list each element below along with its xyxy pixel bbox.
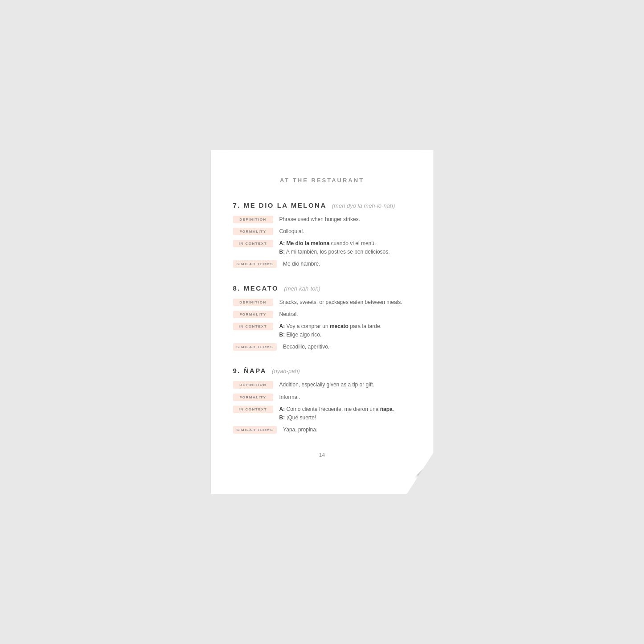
chapter-title: AT THE RESTAURANT: [233, 177, 411, 184]
entry-1-rows: DEFINITIONPhrase used when hunger strike…: [233, 215, 411, 269]
entry-content-2-2: Neutral.: [279, 310, 411, 319]
entry-2-row-3: IN CONTEXTA: Voy a comprar un mecato par…: [233, 322, 411, 339]
entry-content-2-1: Snacks, sweets, or packages eaten betwee…: [279, 298, 411, 307]
entry-3-title: 9. ÑAPA: [233, 367, 267, 374]
label-badge-in-context: IN CONTEXT: [233, 323, 273, 330]
label-badge-formality: FORMALITY: [233, 311, 273, 318]
entry-1-row-1: DEFINITIONPhrase used when hunger strike…: [233, 215, 411, 224]
entry-2-row-1: DEFINITIONSnacks, sweets, or packages ea…: [233, 298, 411, 307]
entry-1-title: 7. ME DIO LA MELONA: [233, 201, 327, 209]
entry-2-header: 8. MECATO(meh-kah-toh): [233, 284, 411, 292]
entry-1-row-2: FORMALITYColloquial.: [233, 227, 411, 236]
entry-content-1-2: Colloquial.: [279, 227, 411, 236]
entry-content-1-1: Phrase used when hunger strikes.: [279, 215, 411, 224]
entry-1-header: 7. ME DIO LA MELONA(meh dyo la meh-lo-na…: [233, 201, 411, 209]
entry-content-1-3: A: Me dio la melona cuando vi el menú.B:…: [279, 239, 411, 256]
entry-3-row-3: IN CONTEXTA: Como cliente frecuente, me …: [233, 405, 411, 422]
entry-content-2-3: A: Voy a comprar un mecato para la tarde…: [279, 322, 411, 339]
label-badge-formality: FORMALITY: [233, 228, 273, 235]
label-badge-similar-terms: SIMILAR TERMS: [233, 260, 277, 268]
entry-content-2-4: Bocadillo, aperitivo.: [283, 343, 411, 351]
entry-2-title: 8. MECATO: [233, 284, 279, 292]
entry-2-row-2: FORMALITYNeutral.: [233, 310, 411, 319]
label-badge-formality: FORMALITY: [233, 394, 273, 401]
entry-content-3-1: Addition, especially given as a tip or g…: [279, 381, 411, 389]
entry-content-1-4: Me dio hambre.: [283, 260, 411, 268]
entry-content-3-4: Yapa, propina.: [283, 426, 411, 434]
label-badge-definition: DEFINITION: [233, 299, 273, 306]
entry-1-row-3: IN CONTEXTA: Me dio la melona cuando vi …: [233, 239, 411, 256]
entry-1-pronunciation: (meh dyo la meh-lo-nah): [332, 202, 395, 209]
entry-2-pronunciation: (meh-kah-toh): [284, 285, 320, 292]
label-badge-similar-terms: SIMILAR TERMS: [233, 343, 277, 351]
entry-3-pronunciation: (nyah-pah): [272, 368, 300, 374]
entry-1-row-4: SIMILAR TERMSMe dio hambre.: [233, 260, 411, 268]
entry-3: 9. ÑAPA(nyah-pah)DEFINITIONAddition, esp…: [233, 367, 411, 434]
entry-2-row-4: SIMILAR TERMSBocadillo, aperitivo.: [233, 343, 411, 351]
label-badge-definition: DEFINITION: [233, 381, 273, 389]
entry-3-row-1: DEFINITIONAddition, especially given as …: [233, 381, 411, 389]
label-badge-definition: DEFINITION: [233, 216, 273, 223]
entries-container: 7. ME DIO LA MELONA(meh dyo la meh-lo-na…: [233, 201, 411, 435]
label-badge-in-context: IN CONTEXT: [233, 406, 273, 413]
entry-2: 8. MECATO(meh-kah-toh)DEFINITIONSnacks, …: [233, 284, 411, 352]
label-badge-similar-terms: SIMILAR TERMS: [233, 426, 277, 434]
entry-1: 7. ME DIO LA MELONA(meh dyo la meh-lo-na…: [233, 201, 411, 269]
entry-3-header: 9. ÑAPA(nyah-pah): [233, 367, 411, 374]
entry-content-3-3: A: Como cliente frecuente, me dieron una…: [279, 405, 411, 422]
label-badge-in-context: IN CONTEXT: [233, 240, 273, 247]
entry-3-row-4: SIMILAR TERMSYapa, propina.: [233, 426, 411, 434]
page: AT THE RESTAURANT 7. ME DIO LA MELONA(me…: [211, 150, 434, 494]
entry-3-rows: DEFINITIONAddition, especially given as …: [233, 381, 411, 434]
entry-content-3-2: Informal.: [279, 393, 411, 402]
page-number: 14: [233, 452, 411, 458]
entry-3-row-2: FORMALITYInformal.: [233, 393, 411, 402]
entry-2-rows: DEFINITIONSnacks, sweets, or packages ea…: [233, 298, 411, 352]
